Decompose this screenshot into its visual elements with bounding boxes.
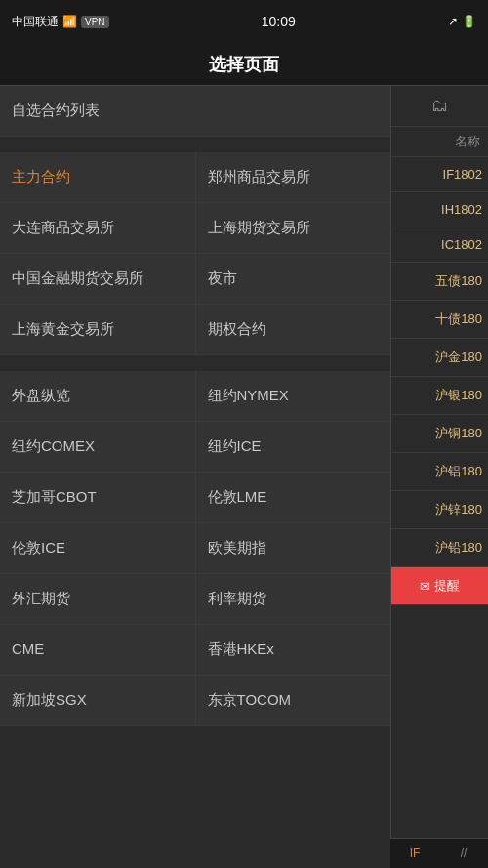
cell-tocom[interactable]: 东京TOCOM: [196, 676, 391, 725]
cell-dalian[interactable]: 大连商品交易所: [0, 203, 196, 253]
right-item-ic1802[interactable]: IC1802: [391, 227, 488, 263]
cell-hkex[interactable]: 香港HKEx: [196, 625, 391, 675]
right-item-huyin[interactable]: 沪银180: [391, 377, 488, 415]
cell-favorites[interactable]: 自选合约列表: [0, 86, 390, 136]
cell-shanghai-gold[interactable]: 上海黄金交易所: [0, 305, 196, 354]
status-right: ↗ 🔋: [448, 15, 476, 28]
page-title: 选择页面: [209, 53, 279, 76]
right-item-wuzhai[interactable]: 五债180: [391, 263, 488, 301]
main-container: 自选合约列表 主力合约 郑州商品交易所 大连商品交易所 上海期货交易所 中国金融…: [0, 86, 488, 868]
row-cffe-night: 中国金融期货交易所 夜市: [0, 254, 390, 305]
cell-main-contract[interactable]: 主力合约: [0, 152, 196, 202]
tab-slash[interactable]: //: [439, 839, 488, 868]
row-forex-rates: 外汇期货 利率期货: [0, 574, 390, 625]
cell-london-ice[interactable]: 伦敦ICE: [0, 523, 196, 573]
cell-nyice[interactable]: 纽约ICE: [196, 422, 391, 472]
right-name-header: 名称: [391, 127, 488, 157]
wifi-icon: 📶: [62, 15, 77, 28]
right-item-huxin[interactable]: 沪锌180: [391, 491, 488, 529]
row-comex-ice: 纽约COMEX 纽约ICE: [0, 422, 390, 473]
cell-comex[interactable]: 纽约COMEX: [0, 422, 196, 472]
right-panel: 🗂 名称 IF1802 IH1802 IC1802 五债180 十债180 沪金…: [390, 86, 488, 868]
row-favorites: 自选合约列表: [0, 86, 390, 137]
vpn-badge: VPN: [81, 16, 109, 28]
cell-overseas[interactable]: 外盘纵览: [0, 371, 196, 421]
right-item-hulv[interactable]: 沪铝180: [391, 453, 488, 491]
row-lice-eurofutures: 伦敦ICE 欧美期指: [0, 523, 390, 574]
right-panel-header: 🗂: [391, 86, 488, 127]
cell-cme[interactable]: CME: [0, 625, 196, 675]
left-panel: 自选合约列表 主力合约 郑州商品交易所 大连商品交易所 上海期货交易所 中国金融…: [0, 86, 390, 868]
status-time: 10:09: [262, 14, 296, 29]
right-item-hujin[interactable]: 沪金180: [391, 339, 488, 377]
cell-rates[interactable]: 利率期货: [196, 574, 391, 624]
right-item-if1802[interactable]: IF1802: [391, 157, 488, 192]
battery-icon: 🔋: [462, 15, 476, 28]
location-icon: ↗: [448, 15, 458, 28]
right-item-shizhai[interactable]: 十债180: [391, 301, 488, 339]
reminder-button[interactable]: ✉ 提醒: [391, 567, 488, 605]
right-item-hutong[interactable]: 沪铜180: [391, 415, 488, 453]
status-bar: 中国联通 📶 VPN 10:09 ↗ 🔋: [0, 0, 488, 43]
cell-night-market[interactable]: 夜市: [196, 254, 391, 304]
section-international: 外盘纵览 纽约NYMEX 纽约COMEX 纽约ICE 芝加哥CBOT 伦敦LME…: [0, 371, 390, 726]
cell-cbot[interactable]: 芝加哥CBOT: [0, 473, 196, 522]
cell-options[interactable]: 期权合约: [196, 305, 391, 354]
cell-lme[interactable]: 伦敦LME: [196, 473, 391, 522]
cell-zhengzhou[interactable]: 郑州商品交易所: [196, 152, 391, 202]
row-gold-options: 上海黄金交易所 期权合约: [0, 305, 390, 355]
status-left: 中国联通 📶 VPN: [12, 14, 109, 30]
row-cbot-lme: 芝加哥CBOT 伦敦LME: [0, 473, 390, 523]
folder-icon[interactable]: 🗂: [431, 96, 449, 116]
reminder-icon: ✉: [420, 579, 430, 594]
bottom-tabs: IF //: [390, 838, 488, 868]
right-item-huqian[interactable]: 沪铅180: [391, 529, 488, 567]
row-dalian-shanghai: 大连商品交易所 上海期货交易所: [0, 203, 390, 254]
row-cme-hkex: CME 香港HKEx: [0, 625, 390, 676]
cell-euro-futures[interactable]: 欧美期指: [196, 523, 391, 573]
separator-2: [0, 363, 390, 371]
tab-if[interactable]: IF: [390, 839, 439, 868]
cell-nymex[interactable]: 纽约NYMEX: [196, 371, 391, 421]
section-chinese-exchanges: 主力合约 郑州商品交易所 大连商品交易所 上海期货交易所 中国金融期货交易所 夜…: [0, 152, 390, 355]
row-sgx-tocom: 新加坡SGX 东京TOCOM: [0, 676, 390, 726]
right-item-ih1802[interactable]: IH1802: [391, 192, 488, 227]
cell-sgx[interactable]: 新加坡SGX: [0, 676, 196, 725]
separator-1: [0, 145, 390, 152]
section-favorites: 自选合约列表: [0, 86, 390, 137]
row-main-contract: 主力合约 郑州商品交易所: [0, 152, 390, 203]
cell-forex[interactable]: 外汇期货: [0, 574, 196, 624]
cell-cffe[interactable]: 中国金融期货交易所: [0, 254, 196, 304]
carrier-text: 中国联通: [12, 14, 59, 30]
row-overseas-nymex: 外盘纵览 纽约NYMEX: [0, 371, 390, 422]
page-header: 选择页面: [0, 43, 488, 86]
reminder-label: 提醒: [434, 577, 460, 595]
cell-shanghai-futures[interactable]: 上海期货交易所: [196, 203, 391, 253]
